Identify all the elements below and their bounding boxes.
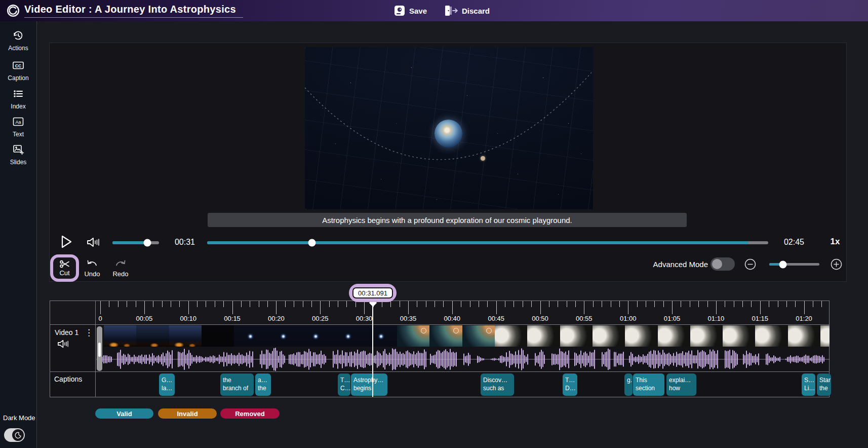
app-logo-icon	[7, 4, 20, 17]
dark-mode-toggle[interactable]	[4, 428, 25, 442]
cut-button[interactable]: Cut	[50, 254, 79, 282]
ruler-tick	[259, 301, 259, 307]
ruler-label: 01:15	[752, 315, 769, 322]
caption-segment[interactable]: Thissection	[633, 374, 664, 396]
seek-bar[interactable]	[207, 241, 768, 244]
ruler-tick	[646, 301, 646, 307]
video-thumbnail-strip[interactable]	[96, 325, 830, 347]
ruler-tick	[540, 301, 541, 314]
caption-segment[interactable]: S…Li…	[802, 374, 815, 396]
ruler-tick	[698, 301, 699, 307]
volume-thumb[interactable]	[144, 239, 151, 247]
caption-segment[interactable]: Starthe	[817, 374, 831, 396]
track-scrollbar-handle[interactable]	[98, 343, 101, 357]
playhead-line[interactable]	[372, 303, 373, 397]
ruler-tick	[725, 301, 725, 307]
timeline-zoom-thumb[interactable]	[779, 260, 786, 268]
caption-segment[interactable]: Discov…such as	[481, 374, 514, 396]
track-volume-icon[interactable]	[57, 339, 69, 349]
ruler-tick	[690, 301, 690, 307]
current-time: 00:31	[167, 238, 203, 247]
ruler-tick	[136, 301, 136, 307]
ruler-tick	[452, 301, 453, 314]
svg-text:CC: CC	[15, 63, 21, 68]
zoom-in-button[interactable]	[831, 258, 842, 270]
sidebar-item-slides[interactable]: Slides	[0, 143, 36, 166]
video-frame	[234, 325, 267, 347]
sidebar-item-index[interactable]: Index	[0, 88, 36, 110]
ruler-tick	[628, 301, 628, 314]
ruler-tick	[188, 301, 189, 314]
ruler-label: 00:50	[532, 315, 548, 322]
ruler-tick	[514, 301, 514, 307]
text-icon: Aa	[12, 116, 24, 128]
video-frame	[625, 325, 658, 347]
video-frame	[169, 325, 202, 347]
seek-thumb[interactable]	[308, 239, 316, 247]
ruler-tick	[487, 301, 488, 307]
video-track-name: Video 1	[55, 328, 78, 337]
ruler-tick	[303, 301, 303, 307]
ruler-tick	[611, 301, 611, 307]
redo-button[interactable]: Redo	[106, 258, 135, 278]
video-frame	[136, 325, 169, 347]
volume-slider[interactable]	[112, 241, 159, 244]
caption-segment[interactable]: G…la…	[159, 374, 175, 396]
volume-fill	[112, 241, 147, 244]
caption-segment[interactable]: T…D…	[563, 374, 577, 396]
ruler-tick	[602, 301, 602, 307]
ruler-tick	[417, 301, 417, 307]
caption-segment[interactable]: Astrophy…begins	[351, 374, 387, 396]
ruler-label: 00:55	[576, 315, 593, 322]
playback-speed[interactable]: 1x	[823, 237, 847, 247]
total-time: 02:45	[776, 238, 812, 247]
advanced-mode-toggle[interactable]	[711, 257, 735, 271]
playhead-badge[interactable]: 00:31.091	[349, 284, 397, 302]
sidebar-item-actions[interactable]: Actions	[0, 29, 36, 52]
ruler-tick	[663, 301, 664, 307]
timeline-panel: 000:0500:1000:1500:2000:2500:3000:3500:4…	[50, 301, 830, 397]
caption-segment[interactable]: thebranch of	[220, 374, 254, 396]
ruler-tick	[179, 301, 180, 307]
save-button[interactable]: Save	[394, 3, 427, 18]
video-frame	[658, 325, 691, 347]
playhead-timestamp: 00:31.091	[352, 287, 393, 298]
ruler-label: 01:10	[708, 315, 725, 322]
track-menu-icon[interactable]: ⋮	[85, 327, 92, 338]
ruler-tick	[769, 301, 769, 307]
captions-track-name: Captions	[54, 375, 82, 383]
closed-captions-icon: CC	[12, 59, 24, 71]
project-title[interactable]: Video Editor : A Journey Into Astrophysi…	[24, 4, 243, 18]
left-sidebar: Actions CC Caption Index	[0, 21, 37, 448]
cut-label: Cut	[59, 269, 69, 277]
advanced-mode-knob	[712, 259, 722, 269]
discard-button[interactable]: Discard	[445, 3, 490, 18]
undo-button[interactable]: Undo	[78, 258, 106, 278]
caption-segment[interactable]: a…the	[255, 374, 271, 396]
sidebar-label-slides: Slides	[10, 159, 27, 166]
audio-waveform[interactable]	[96, 347, 830, 371]
volume-icon[interactable]	[86, 236, 100, 248]
video-preview[interactable]	[305, 47, 593, 209]
video-frame	[593, 325, 625, 347]
ruler-tick	[162, 301, 163, 307]
ruler-tick	[346, 301, 347, 307]
ruler-label: 00:10	[180, 315, 196, 322]
caption-segment[interactable]: T…C…	[338, 374, 350, 396]
play-button[interactable]	[60, 235, 73, 249]
video-frame	[332, 325, 365, 347]
ruler-tick	[285, 301, 286, 307]
sidebar-item-text[interactable]: Aa Text	[0, 116, 36, 138]
ruler-label: 00:30	[356, 315, 373, 322]
ruler-tick	[426, 301, 426, 307]
caption-segment[interactable]: explai…how	[666, 374, 696, 396]
zoom-out-button[interactable]	[744, 258, 756, 270]
sidebar-item-caption[interactable]: CC Caption	[0, 59, 36, 82]
video-editor-app: Video Editor : A Journey Into Astrophysi…	[0, 0, 868, 448]
track-scrollbar[interactable]	[97, 326, 102, 371]
video-frame	[495, 325, 528, 347]
ruler-tick	[171, 301, 171, 307]
timeline-zoom-slider[interactable]	[769, 263, 819, 266]
caption-segment[interactable]: g.	[624, 374, 633, 396]
timeline-ruler[interactable]: 000:0500:1000:1500:2000:2500:3000:3500:4…	[50, 301, 829, 325]
